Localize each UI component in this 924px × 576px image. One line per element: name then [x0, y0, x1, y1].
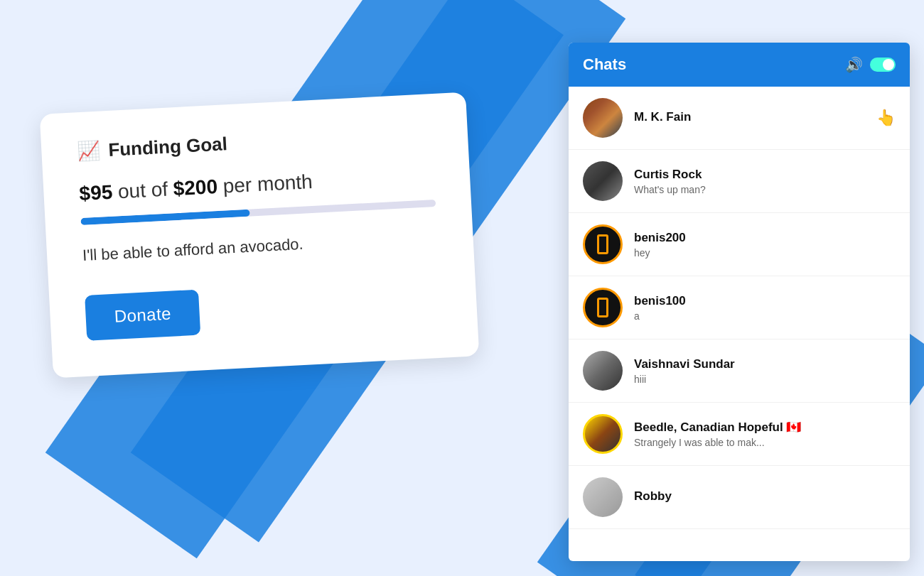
funding-description: I'll be able to afford an avocado. — [82, 227, 438, 267]
chats-panel: Chats 🔊 M. K. Fain 👆 Curtis Rock Wha — [569, 43, 910, 561]
chat-name-benis200: benis200 — [634, 231, 896, 245]
chat-name-beedle: Beedle, Canadian Hopeful 🇨🇦 — [634, 420, 896, 435]
funding-title: 📈 Funding Goal — [77, 122, 433, 163]
chat-item-mk-fain[interactable]: M. K. Fain 👆 — [569, 87, 910, 150]
avatar-benis200 — [583, 224, 623, 264]
chat-name-robby: Robby — [634, 489, 896, 504]
chat-info-beedle: Beedle, Canadian Hopeful 🇨🇦 Strangely I … — [634, 420, 896, 448]
funding-amount: $95 out of $200 per month — [79, 164, 435, 205]
benis-icon — [597, 234, 608, 254]
chat-preview-benis200: hey — [634, 247, 896, 259]
funding-goal: $200 — [173, 175, 218, 200]
chat-preview-beedle: Strangely I was able to mak... — [634, 437, 896, 448]
funding-title-text: Funding Goal — [108, 133, 228, 161]
chats-list[interactable]: M. K. Fain 👆 Curtis Rock What's up man? … — [569, 87, 910, 561]
avatar-benis100 — [583, 288, 623, 327]
avatar-beedle — [583, 414, 623, 454]
funding-card: 📈 Funding Goal $95 out of $200 per month… — [40, 92, 480, 379]
chat-info-benis100: benis100 a — [634, 294, 896, 322]
chat-item-vaishnavi[interactable]: Vaishnavi Sundar hiii — [569, 339, 910, 403]
chat-name-mk-fain: M. K. Fain — [634, 110, 896, 124]
chat-info-robby: Robby — [634, 489, 896, 506]
chat-info-mk-fain: M. K. Fain — [634, 110, 896, 126]
chats-title: Chats — [583, 55, 626, 74]
chat-info-vaishnavi: Vaishnavi Sundar hiii — [634, 357, 896, 385]
toggle-icon[interactable] — [870, 58, 896, 72]
chat-item-robby[interactable]: Robby — [569, 466, 910, 529]
cursor-hand-icon: 👆 — [876, 109, 896, 127]
avatar-mk-fain — [583, 98, 623, 138]
progress-bar-track — [80, 200, 436, 225]
chat-name-vaishnavi: Vaishnavi Sundar — [634, 357, 896, 371]
speaker-icon[interactable]: 🔊 — [845, 56, 863, 73]
chat-name-curtis-rock: Curtis Rock — [634, 168, 896, 182]
progress-bar-fill — [80, 210, 249, 225]
chat-item-curtis-rock[interactable]: Curtis Rock What's up man? — [569, 150, 910, 213]
funding-current: $95 — [79, 181, 113, 205]
chats-header-icons: 🔊 — [845, 56, 896, 73]
funding-suffix: per month — [222, 170, 313, 197]
chat-preview-curtis-rock: What's up man? — [634, 184, 896, 195]
chat-item-benis100[interactable]: benis100 a — [569, 276, 910, 339]
chat-item-beedle[interactable]: Beedle, Canadian Hopeful 🇨🇦 Strangely I … — [569, 403, 910, 466]
avatar-curtis-rock — [583, 161, 623, 201]
chat-info-curtis-rock: Curtis Rock What's up man? — [634, 168, 896, 195]
avatar-robby — [583, 477, 623, 517]
benis-icon-2 — [597, 298, 608, 317]
funding-separator: out of — [117, 178, 173, 202]
chat-preview-vaishnavi: hiii — [634, 374, 896, 385]
chat-info-benis200: benis200 hey — [634, 231, 896, 259]
chart-icon: 📈 — [77, 140, 101, 163]
avatar-vaishnavi — [583, 351, 623, 391]
chat-preview-benis100: a — [634, 310, 896, 322]
chat-name-benis100: benis100 — [634, 294, 896, 308]
chat-item-benis200[interactable]: benis200 hey — [569, 213, 910, 276]
donate-button[interactable]: Donate — [85, 289, 201, 340]
chats-header: Chats 🔊 — [569, 43, 910, 87]
